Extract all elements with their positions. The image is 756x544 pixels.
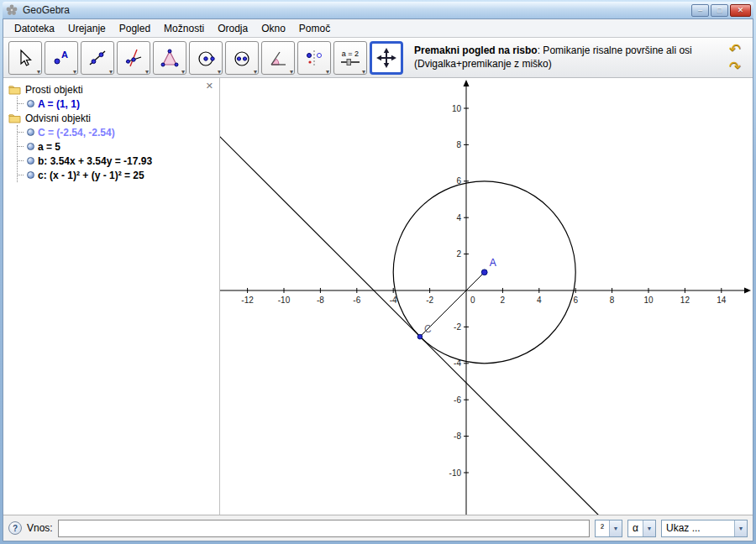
slider-icon: a = 2 [339,48,362,68]
svg-text:2: 2 [456,249,461,259]
algebra-item-A[interactable]: A = (1, 1) [18,97,216,111]
redo-button[interactable]: ↷ [724,58,746,75]
greek-letter-dropdown[interactable]: α ▼ [627,520,656,537]
circle-tool-button[interactable]: ▾ [189,41,223,75]
free-objects-node[interactable]: Prosti objekti [8,82,216,97]
redo-icon: ↷ [729,59,741,75]
angle-tool-button[interactable]: ▾ [261,41,295,75]
svg-text:-12: -12 [241,296,254,305]
tree-stub [18,103,24,104]
mirror-tool-button[interactable]: ▾ [297,41,331,75]
svg-text:A: A [490,257,496,269]
algebra-item-c[interactable]: c: (x - 1)² + (y - 1)² = 25 [18,168,216,182]
command-input[interactable] [58,520,590,537]
line-tool-button[interactable]: ▾ [81,41,114,75]
menu-moznosti[interactable]: Možnosti [158,21,210,36]
window-controls: – □ ✕ [691,4,751,17]
toolbar-help-text: Premakni pogled na risbo: Pomikanje risa… [414,44,704,71]
visibility-marble-icon[interactable] [27,100,34,107]
minimize-button[interactable]: – [691,4,709,17]
move-view-tool-button[interactable] [370,41,403,75]
algebra-item-text: c: (x - 1)² + (y - 1)² = 25 [38,170,144,181]
undo-redo-group: ↶ ↷ [724,40,746,75]
svg-text:4: 4 [537,296,542,305]
svg-text:12: 12 [680,296,690,305]
angle-icon [268,48,288,68]
menu-urejanje[interactable]: Urejanje [62,21,112,36]
undo-button[interactable]: ↶ [724,40,746,57]
app-window: GeoGebra – □ ✕ Datoteka Urejanje Pogled … [0,0,756,544]
conic-tool-button[interactable]: ▾ [225,41,259,75]
input-label: Vnos: [27,522,53,534]
svg-text:C: C [424,323,432,335]
graphics-view[interactable]: -12-10-8-6-4-22468101214-10-8-6-4-224681… [220,78,753,515]
tool-dropdown-arrow-icon[interactable]: ▾ [218,68,221,76]
maximize-button[interactable]: □ [711,4,728,17]
point-tool-button[interactable]: A ▾ [45,41,78,75]
slider-tool-button[interactable]: a = 2 ▾ [333,41,367,75]
menu-datoteka[interactable]: Datoteka [8,21,60,36]
superscript-dropdown[interactable]: ² ▼ [595,520,622,537]
close-button[interactable]: ✕ [730,4,751,17]
algebra-item-C[interactable]: C = (-2.54, -2.54) [18,125,216,139]
command-dropdown[interactable]: Ukaz ... ▼ [661,520,748,537]
title-bar: GeoGebra – □ ✕ [3,2,753,18]
input-bar: ? Vnos: ² ▼ α ▼ Ukaz ... ▼ [3,515,753,541]
conic-icon [232,48,252,68]
svg-text:-2: -2 [426,296,433,305]
help-text-bold: Premakni pogled na risbo [414,44,538,56]
algebra-item-b[interactable]: b: 3.54x + 3.54y = -17.93 [18,154,216,168]
tree-stub [18,160,24,161]
mirror-icon [304,48,324,68]
move-tool-button[interactable]: ▾ [8,41,42,75]
combo-arrow-icon[interactable]: ▼ [734,520,747,536]
combo-arrow-icon[interactable]: ▼ [609,520,622,536]
combo-arrow-icon[interactable]: ▼ [643,520,655,536]
close-algebra-button[interactable]: ✕ [206,81,213,92]
menu-orodja[interactable]: Orodja [212,21,254,36]
tool-dropdown-arrow-icon[interactable]: ▾ [181,68,185,76]
tree-stub [18,146,24,147]
tool-dropdown-arrow-icon[interactable]: ▾ [290,68,293,76]
tree-stub [18,175,24,175]
toolbar: ▾ A ▾ ▾ [3,38,753,78]
visibility-marble-icon[interactable] [27,171,34,179]
move-view-icon [375,47,397,69]
svg-text:0: 0 [470,296,475,305]
svg-text:6: 6 [573,296,578,305]
visibility-marble-icon[interactable] [27,157,34,165]
folder-icon [8,84,21,95]
graphics-canvas[interactable]: -12-10-8-6-4-22468101214-10-8-6-4-224681… [220,78,753,515]
input-help-icon[interactable]: ? [8,521,22,535]
svg-text:-2: -2 [454,322,461,332]
algebra-item-a[interactable]: a = 5 [18,139,216,154]
algebra-item-text: b: 3.54x + 3.54y = -17.93 [38,155,152,167]
visibility-marble-icon[interactable] [27,128,34,136]
menu-pogled[interactable]: Pogled [113,21,156,36]
menu-okno[interactable]: Okno [255,21,291,36]
tool-dropdown-arrow-icon[interactable]: ▾ [109,68,113,76]
perpendicular-line-icon [123,48,144,68]
perpendicular-line-tool-button[interactable]: ▾ [117,41,150,75]
svg-text:-6: -6 [454,395,461,405]
tool-dropdown-arrow-icon[interactable]: ▾ [362,68,365,76]
folder-icon [8,112,21,123]
tree-stub [18,132,24,133]
algebra-item-text: a = 5 [38,141,60,153]
menu-pomoc[interactable]: Pomoč [293,21,336,36]
svg-text:10: 10 [643,296,654,305]
dependent-objects-label: Odvisni objekti [25,112,91,124]
dependent-objects-node[interactable]: Odvisni objekti [8,111,216,125]
tool-dropdown-arrow-icon[interactable]: ▾ [254,68,257,76]
main-area: ✕ Prosti objekti A = (1, 1) [3,78,753,515]
window-content: Datoteka Urejanje Pogled Možnosti Orodja… [3,18,753,541]
visibility-marble-icon[interactable] [27,143,34,150]
line-icon [87,48,108,68]
command-dropdown-value: Ukaz ... [662,520,734,536]
point-icon: A [51,48,71,68]
tool-dropdown-arrow-icon[interactable]: ▾ [73,68,76,76]
polygon-tool-button[interactable]: ▾ [153,41,186,75]
tool-dropdown-arrow-icon[interactable]: ▾ [145,68,149,76]
tool-dropdown-arrow-icon[interactable]: ▾ [326,68,329,76]
tool-dropdown-arrow-icon[interactable]: ▾ [37,68,40,76]
